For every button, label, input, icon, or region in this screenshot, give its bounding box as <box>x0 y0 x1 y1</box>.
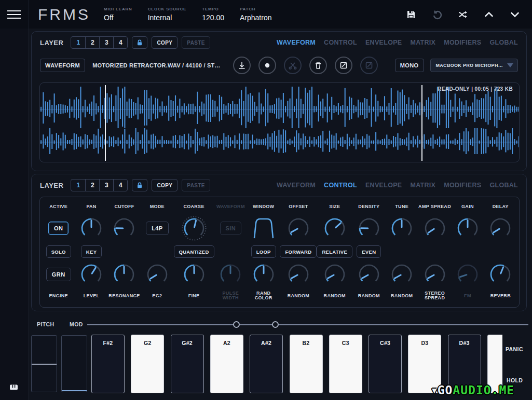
midi-learn-value[interactable]: Off <box>104 13 132 22</box>
slider-handle[interactable] <box>272 321 279 328</box>
playhead-marker[interactable] <box>421 85 422 161</box>
knob-offset[interactable] <box>285 215 312 242</box>
waveform-display[interactable]: READ-ONLY | 00:05 | 723 KB <box>39 82 520 162</box>
key-Fs2[interactable]: F#2 <box>91 335 125 393</box>
clock-source-field[interactable]: CLOCK SOURCE Internal <box>148 7 187 22</box>
layer-button-1[interactable]: 1 <box>71 180 85 191</box>
knob-coarse[interactable] <box>181 215 208 242</box>
menu-icon[interactable] <box>0 0 29 29</box>
layer-button-4[interactable]: 4 <box>113 37 127 48</box>
paste-button[interactable]: PASTE <box>182 36 210 49</box>
button-forward[interactable]: FORWARD <box>280 245 317 258</box>
knob-pan[interactable] <box>78 215 105 242</box>
knob-gain[interactable] <box>454 215 481 242</box>
record-icon[interactable] <box>258 57 276 74</box>
knob-level-1[interactable] <box>78 261 105 288</box>
knob-amp-spread[interactable] <box>421 215 448 242</box>
tab-global[interactable]: GLOBAL <box>489 39 518 46</box>
key-Gs2[interactable]: G#2 <box>171 335 204 393</box>
layer-button-3[interactable]: 3 <box>99 180 113 191</box>
tab-global[interactable]: GLOBAL <box>489 182 518 189</box>
tab-matrix[interactable]: MATRIX <box>410 182 435 189</box>
layer-button-3[interactable]: 3 <box>99 37 113 48</box>
waveform-source-button[interactable]: WAVEFORM <box>40 59 85 72</box>
knob-fm-12[interactable] <box>454 261 481 288</box>
layer-lock-button[interactable] <box>132 179 147 191</box>
patch-down-icon[interactable] <box>509 9 521 20</box>
undo-icon[interactable] <box>431 9 443 20</box>
knob-tune[interactable] <box>388 215 415 242</box>
button-mode[interactable]: L4P <box>146 222 168 235</box>
patch-value[interactable]: Arphatron <box>240 13 271 22</box>
button-waveform[interactable]: SIN <box>220 222 242 235</box>
knob-pulse-width-5[interactable] <box>217 261 244 288</box>
knob-fine-4[interactable] <box>181 261 208 288</box>
window-shape-control[interactable] <box>250 215 277 242</box>
mod-wheel[interactable] <box>61 335 87 392</box>
button-grn[interactable]: GRN <box>46 268 71 281</box>
knob-size[interactable] <box>321 215 348 242</box>
knob-density[interactable] <box>356 215 383 242</box>
tab-envelope[interactable]: ENVELOPE <box>365 182 402 189</box>
key-Cs3[interactable]: C#3 <box>369 335 402 393</box>
midi-learn-field[interactable]: MIDI LEARN Off <box>104 7 132 22</box>
randomize-icon[interactable] <box>457 9 469 20</box>
key-G2[interactable]: G2 <box>131 335 164 393</box>
pitch-wheel[interactable] <box>31 335 57 392</box>
knob-stereo-spread-11[interactable] <box>421 261 448 288</box>
mod-slider-track[interactable] <box>87 324 528 325</box>
patch-up-icon[interactable] <box>483 9 495 20</box>
layer-lock-button[interactable] <box>132 36 147 49</box>
layer-button-4[interactable]: 4 <box>113 180 127 191</box>
tab-modifiers[interactable]: MODIFIERS <box>444 182 481 189</box>
layer-button-2[interactable]: 2 <box>85 37 99 48</box>
knob-random-9[interactable] <box>356 261 383 288</box>
tab-modifiers[interactable]: MODIFIERS <box>444 39 481 46</box>
button-solo[interactable]: SOLO <box>46 245 71 258</box>
knob-resonance-2[interactable] <box>111 261 138 288</box>
tab-control[interactable]: CONTROL <box>324 182 357 189</box>
panic-button[interactable]: PANIC <box>506 346 523 352</box>
knob-delay[interactable] <box>487 215 514 242</box>
patch-field[interactable]: PATCH Arphatron <box>240 7 271 22</box>
delete-icon[interactable] <box>309 57 327 74</box>
knob-eg2-3[interactable] <box>144 261 171 288</box>
save-icon[interactable] <box>405 9 417 20</box>
tab-waveform[interactable]: WAVEFORM <box>277 182 316 189</box>
tempo-value[interactable]: 120.00 <box>202 13 224 22</box>
button-quantized[interactable]: QUANTIZED <box>174 245 214 258</box>
tab-envelope[interactable]: ENVELOPE <box>365 39 402 46</box>
key-B2[interactable]: B2 <box>290 335 323 393</box>
slider-handle[interactable] <box>233 321 240 328</box>
paste-button[interactable]: PASTE <box>182 179 210 191</box>
knob-random-8[interactable] <box>321 261 348 288</box>
knob-rand-color-6[interactable] <box>250 261 277 288</box>
knob-reverb-13[interactable] <box>487 261 514 288</box>
key-C3[interactable]: C3 <box>329 335 362 393</box>
key-As2[interactable]: A#2 <box>250 335 283 393</box>
layer-button-2[interactable]: 2 <box>85 180 99 191</box>
edit-icon[interactable] <box>335 57 352 74</box>
button-loop[interactable]: LOOP <box>251 245 276 258</box>
toggle-active[interactable]: ON <box>48 222 69 235</box>
copy-button[interactable]: COPY <box>152 179 178 191</box>
copy-button[interactable]: COPY <box>152 36 178 49</box>
tab-waveform[interactable]: WAVEFORM <box>277 39 316 46</box>
key-A2[interactable]: A2 <box>210 335 243 393</box>
button-key[interactable]: KEY <box>81 245 102 258</box>
knob-random-7[interactable] <box>285 261 312 288</box>
edit-alt-icon[interactable] <box>360 57 378 74</box>
input-device-dropdown[interactable]: MACBOOK PRO MICROPH… <box>430 59 519 72</box>
tab-matrix[interactable]: MATRIX <box>410 39 435 46</box>
tab-control[interactable]: CONTROL <box>324 39 357 46</box>
clock-source-value[interactable]: Internal <box>148 13 187 22</box>
knob-cutoff[interactable] <box>111 215 138 242</box>
mono-button[interactable]: MONO <box>395 59 424 72</box>
button-even[interactable]: EVEN <box>357 245 381 258</box>
cut-icon[interactable] <box>284 57 302 74</box>
import-icon[interactable] <box>233 57 251 74</box>
playhead-marker[interactable] <box>105 85 106 161</box>
button-relative[interactable]: RELATIVE <box>317 245 352 258</box>
layer-button-1[interactable]: 1 <box>71 37 85 48</box>
knob-random-10[interactable] <box>388 261 415 288</box>
